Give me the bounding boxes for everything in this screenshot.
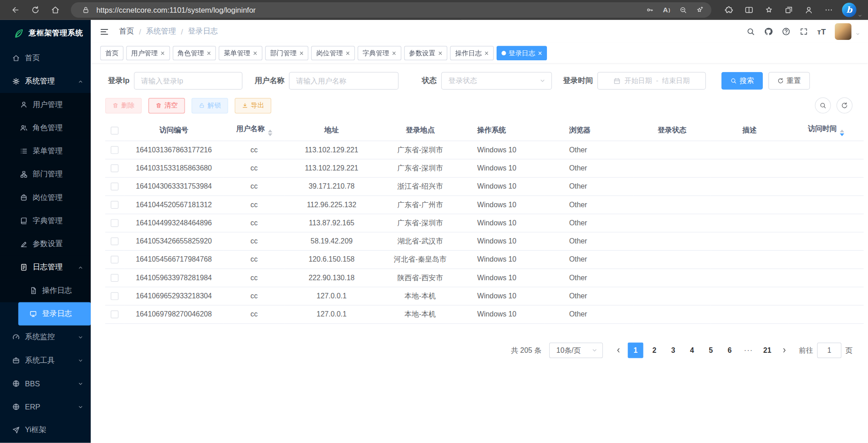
tab-post-mgmt[interactable]: 岗位管理× — [311, 46, 355, 60]
row-checkbox[interactable] — [111, 256, 118, 263]
help-icon[interactable] — [778, 24, 794, 39]
login-time-range-picker[interactable]: 开始日期 - 结束日期 — [597, 72, 706, 90]
sidebar-item-yi-framework[interactable]: Yi框架 — [0, 419, 91, 442]
row-checkbox[interactable] — [111, 165, 118, 172]
header-search-icon[interactable] — [743, 24, 758, 39]
read-aloud-icon[interactable]: A) — [658, 3, 675, 16]
collections-icon[interactable] — [779, 2, 799, 19]
row-checkbox[interactable] — [111, 201, 118, 209]
address-bar[interactable]: https://ccnetcore.com:1101/system/log/lo… — [71, 2, 711, 18]
row-checkbox[interactable] — [111, 146, 118, 154]
breadcrumb-item[interactable]: 首页 — [119, 27, 134, 37]
prev-page-button[interactable] — [610, 342, 626, 358]
goto-page-input[interactable] — [817, 342, 842, 358]
sidebar-item-dept-mgmt[interactable]: 部门管理 — [0, 163, 91, 186]
status-select[interactable]: 登录状态 — [441, 72, 552, 90]
close-icon[interactable]: × — [253, 49, 257, 57]
zoom-out-icon[interactable] — [675, 3, 692, 16]
table-row[interactable]: 1641069652933218304cc127.0.0.1本地-本机Windo… — [105, 287, 863, 305]
column-header-user[interactable]: 用户名称 — [224, 120, 284, 141]
bing-chat-icon[interactable]: b — [842, 3, 857, 17]
sidebar-item-home[interactable]: 首页 — [0, 47, 91, 70]
chevron-down-icon[interactable] — [855, 32, 860, 37]
table-row[interactable]: 1641044993248464896cc113.87.92.165广东省-深圳… — [105, 214, 863, 232]
user-avatar[interactable] — [835, 23, 852, 40]
font-size-icon[interactable]: тT — [814, 24, 829, 39]
close-icon[interactable]: × — [346, 49, 350, 57]
add-favorite-star-icon[interactable] — [692, 3, 708, 16]
row-checkbox[interactable] — [111, 183, 118, 190]
sidebar-item-role-mgmt[interactable]: 角色管理 — [0, 116, 91, 139]
tab-role-mgmt[interactable]: 角色管理× — [172, 46, 216, 60]
row-checkbox[interactable] — [111, 292, 118, 300]
refresh-table-icon[interactable] — [836, 97, 852, 113]
sidebar-item-menu-mgmt[interactable]: 菜单管理 — [0, 140, 91, 163]
tab-dept-mgmt[interactable]: 部门管理× — [265, 46, 308, 60]
browser-profile-icon[interactable] — [799, 2, 819, 19]
table-row[interactable]: 1641031367863177216cc113.102.129.221广东省-… — [105, 141, 863, 159]
sidebar-item-user-mgmt[interactable]: 用户管理 — [0, 93, 91, 116]
close-icon[interactable]: × — [161, 49, 165, 57]
tab-user-mgmt[interactable]: 用户管理× — [126, 46, 170, 60]
github-icon[interactable] — [761, 24, 776, 39]
table-row[interactable]: 1641043063331753984cc39.171.210.78浙江省-绍兴… — [105, 177, 863, 195]
close-icon[interactable]: × — [392, 49, 396, 57]
sidebar-item-system-tools[interactable]: 系统工具 — [0, 349, 91, 372]
row-checkbox[interactable] — [111, 238, 118, 245]
sidebar-item-bbs[interactable]: BBS — [0, 372, 91, 395]
export-button[interactable]: 导出 — [235, 97, 272, 113]
close-icon[interactable]: × — [299, 49, 303, 57]
split-screen-icon[interactable] — [739, 2, 759, 19]
sidebar-item-param-settings[interactable]: 参数设置 — [0, 233, 91, 256]
tab-op-log[interactable]: 操作日志× — [450, 46, 494, 60]
tab-dict-mgmt[interactable]: 字典管理× — [358, 46, 401, 60]
table-row[interactable]: 1641044520567181312cc112.96.225.132广东省-广… — [105, 195, 863, 214]
reload-icon[interactable] — [25, 2, 45, 19]
tab-login-log[interactable]: 登录日志× — [497, 46, 547, 60]
browser-home-icon[interactable] — [45, 2, 65, 19]
sidebar-item-login-log[interactable]: 登录日志 — [18, 302, 91, 326]
table-row[interactable]: 1641069798270046208cc127.0.0.1本地-本机Windo… — [105, 305, 863, 323]
next-page-button[interactable] — [777, 342, 792, 358]
chevron-down-icon[interactable] — [858, 13, 863, 18]
sidebar-item-log-mgmt[interactable]: 日志管理 — [0, 256, 91, 279]
sort-carets[interactable] — [268, 130, 272, 136]
sidebar-item-erp[interactable]: ERP — [0, 395, 91, 419]
delete-button[interactable]: 删除 — [105, 97, 142, 113]
sidebar-item-op-log[interactable]: 操作日志 — [0, 279, 91, 302]
collapse-menu-icon[interactable] — [100, 27, 109, 36]
app-logo[interactable]: 意框架管理系统 — [0, 20, 91, 47]
clear-button[interactable]: 清空 — [148, 97, 185, 113]
table-row[interactable]: 1641031533185863680cc113.102.129.221广东省-… — [105, 159, 863, 177]
back-icon[interactable] — [5, 2, 25, 19]
sidebar-item-system-monitor[interactable]: 系统监控 — [0, 326, 91, 349]
page-button-4[interactable]: 4 — [684, 342, 700, 358]
sidebar-item-post-mgmt[interactable]: 岗位管理 — [0, 186, 91, 209]
close-icon[interactable]: × — [438, 49, 442, 57]
toggle-search-icon[interactable] — [815, 97, 831, 113]
fullscreen-icon[interactable] — [796, 24, 811, 39]
search-button[interactable]: 搜索 — [722, 72, 763, 90]
page-button-21[interactable]: 21 — [760, 342, 775, 358]
favorites-icon[interactable] — [759, 2, 779, 19]
browser-menu-icon[interactable] — [819, 2, 839, 19]
row-checkbox[interactable] — [111, 219, 118, 227]
page-size-select[interactable]: 10条/页 — [549, 342, 603, 358]
table-row[interactable]: 1641054566717984768cc120.6.150.158河北省-秦皇… — [105, 250, 863, 268]
row-checkbox[interactable] — [111, 274, 118, 282]
sidebar-item-system-mgmt[interactable]: 系统管理 — [0, 70, 91, 93]
close-icon[interactable]: × — [207, 49, 211, 57]
page-button-1[interactable]: 1 — [628, 342, 643, 358]
table-row[interactable]: 1641053426655825920cc58.19.42.209湖北省-武汉市… — [105, 232, 863, 250]
tab-menu-mgmt[interactable]: 菜单管理× — [219, 46, 262, 60]
username-input[interactable] — [289, 72, 399, 90]
tab-param-settings[interactable]: 参数设置× — [404, 46, 448, 60]
select-all-checkbox[interactable] — [111, 127, 118, 135]
sidebar-item-dict-mgmt[interactable]: 字典管理 — [0, 209, 91, 232]
unlock-button[interactable]: 解锁 — [191, 97, 228, 113]
url-text[interactable]: https://ccnetcore.com:1101/system/log/lo… — [96, 6, 637, 14]
reset-button[interactable]: 重置 — [768, 72, 810, 90]
page-button-2[interactable]: 2 — [647, 342, 662, 358]
login-ip-input[interactable] — [134, 72, 242, 90]
sort-carets[interactable] — [839, 130, 844, 136]
